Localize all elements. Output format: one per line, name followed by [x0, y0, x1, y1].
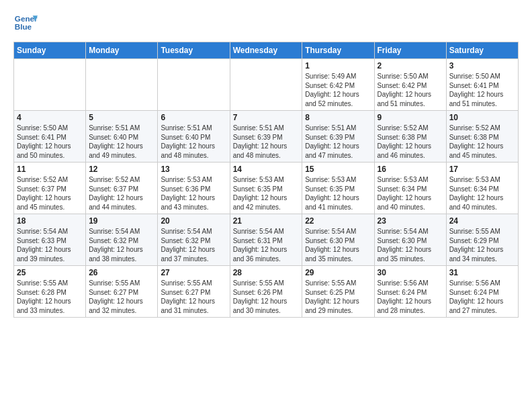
calendar-cell: 11Sunrise: 5:52 AM Sunset: 6:37 PM Dayli…	[14, 163, 86, 214]
day-number: 17	[449, 165, 515, 174]
calendar-cell: 21Sunrise: 5:54 AM Sunset: 6:31 PM Dayli…	[230, 214, 302, 266]
calendar-cell: 20Sunrise: 5:54 AM Sunset: 6:32 PM Dayli…	[158, 214, 230, 266]
day-number: 14	[233, 165, 300, 174]
day-number: 2	[378, 61, 443, 71]
calendar-cell: 27Sunrise: 5:55 AM Sunset: 6:27 PM Dayli…	[158, 266, 230, 318]
day-number: 9	[378, 113, 443, 122]
day-number: 7	[233, 113, 300, 122]
day-number: 29	[305, 268, 371, 277]
calendar-cell: 28Sunrise: 5:55 AM Sunset: 6:26 PM Dayli…	[230, 266, 302, 318]
day-number: 24	[449, 216, 515, 226]
calendar-cell: 30Sunrise: 5:56 AM Sunset: 6:24 PM Dayli…	[374, 266, 446, 318]
calendar-cell: 10Sunrise: 5:52 AM Sunset: 6:38 PM Dayli…	[446, 111, 518, 163]
calendar-cell: 8Sunrise: 5:51 AM Sunset: 6:39 PM Daylig…	[302, 111, 374, 163]
day-number: 4	[17, 113, 83, 122]
day-info: Sunrise: 5:51 AM Sunset: 6:40 PM Dayligh…	[161, 124, 226, 160]
calendar-cell: 9Sunrise: 5:52 AM Sunset: 6:38 PM Daylig…	[374, 111, 446, 163]
day-number: 27	[161, 268, 226, 277]
calendar-cell: 24Sunrise: 5:55 AM Sunset: 6:29 PM Dayli…	[446, 214, 518, 266]
week-row-2: 4Sunrise: 5:50 AM Sunset: 6:41 PM Daylig…	[14, 111, 519, 163]
day-info: Sunrise: 5:52 AM Sunset: 6:38 PM Dayligh…	[449, 124, 515, 160]
day-info: Sunrise: 5:54 AM Sunset: 6:31 PM Dayligh…	[233, 227, 300, 263]
calendar-table: SundayMondayTuesdayWednesdayThursdayFrid…	[13, 42, 519, 318]
day-number: 23	[378, 216, 443, 226]
calendar-cell: 26Sunrise: 5:55 AM Sunset: 6:27 PM Dayli…	[86, 266, 158, 318]
day-info: Sunrise: 5:50 AM Sunset: 6:41 PM Dayligh…	[17, 124, 83, 160]
calendar-cell: 5Sunrise: 5:51 AM Sunset: 6:40 PM Daylig…	[86, 111, 158, 163]
day-info: Sunrise: 5:55 AM Sunset: 6:26 PM Dayligh…	[233, 279, 300, 315]
day-number: 18	[17, 216, 83, 226]
day-number: 12	[89, 165, 154, 174]
day-info: Sunrise: 5:52 AM Sunset: 6:38 PM Dayligh…	[378, 124, 443, 160]
day-number: 11	[17, 165, 83, 174]
day-number: 6	[161, 113, 226, 122]
calendar-cell: 25Sunrise: 5:55 AM Sunset: 6:28 PM Dayli…	[14, 266, 86, 318]
day-info: Sunrise: 5:53 AM Sunset: 6:35 PM Dayligh…	[233, 175, 300, 212]
day-number: 22	[305, 216, 371, 226]
day-info: Sunrise: 5:55 AM Sunset: 6:28 PM Dayligh…	[17, 279, 83, 315]
header-friday: Friday	[374, 42, 446, 59]
day-info: Sunrise: 5:55 AM Sunset: 6:27 PM Dayligh…	[89, 279, 154, 315]
week-row-1: 1Sunrise: 5:49 AM Sunset: 6:42 PM Daylig…	[14, 59, 519, 111]
day-info: Sunrise: 5:56 AM Sunset: 6:24 PM Dayligh…	[378, 279, 443, 315]
header-tuesday: Tuesday	[158, 42, 230, 59]
day-number: 21	[233, 216, 300, 226]
day-number: 31	[449, 268, 515, 277]
day-info: Sunrise: 5:52 AM Sunset: 6:37 PM Dayligh…	[17, 175, 83, 212]
day-info: Sunrise: 5:49 AM Sunset: 6:42 PM Dayligh…	[305, 72, 371, 108]
calendar-cell	[86, 59, 158, 111]
day-info: Sunrise: 5:53 AM Sunset: 6:34 PM Dayligh…	[449, 175, 515, 212]
day-number: 8	[305, 113, 371, 122]
day-info: Sunrise: 5:52 AM Sunset: 6:37 PM Dayligh…	[89, 175, 154, 212]
day-info: Sunrise: 5:54 AM Sunset: 6:30 PM Dayligh…	[378, 227, 443, 263]
calendar-cell	[14, 59, 86, 111]
day-number: 20	[161, 216, 226, 226]
header-thursday: Thursday	[302, 42, 374, 59]
logo: General Blue	[13, 11, 40, 35]
calendar-header-row: SundayMondayTuesdayWednesdayThursdayFrid…	[14, 42, 519, 59]
day-number: 13	[161, 165, 226, 174]
calendar-cell: 2Sunrise: 5:50 AM Sunset: 6:42 PM Daylig…	[374, 59, 446, 111]
day-info: Sunrise: 5:51 AM Sunset: 6:40 PM Dayligh…	[89, 124, 154, 160]
calendar-cell: 17Sunrise: 5:53 AM Sunset: 6:34 PM Dayli…	[446, 163, 518, 214]
day-info: Sunrise: 5:55 AM Sunset: 6:29 PM Dayligh…	[449, 227, 515, 263]
calendar-cell: 18Sunrise: 5:54 AM Sunset: 6:33 PM Dayli…	[14, 214, 86, 266]
week-row-4: 18Sunrise: 5:54 AM Sunset: 6:33 PM Dayli…	[14, 214, 519, 266]
day-number: 28	[233, 268, 300, 277]
day-info: Sunrise: 5:53 AM Sunset: 6:36 PM Dayligh…	[161, 175, 226, 212]
day-info: Sunrise: 5:55 AM Sunset: 6:25 PM Dayligh…	[305, 279, 371, 315]
calendar-cell: 7Sunrise: 5:51 AM Sunset: 6:39 PM Daylig…	[230, 111, 302, 163]
day-info: Sunrise: 5:53 AM Sunset: 6:35 PM Dayligh…	[305, 175, 371, 212]
day-number: 26	[89, 268, 154, 277]
day-number: 16	[378, 165, 443, 174]
day-number: 15	[305, 165, 371, 174]
header-saturday: Saturday	[446, 42, 518, 59]
calendar-cell: 1Sunrise: 5:49 AM Sunset: 6:42 PM Daylig…	[302, 59, 374, 111]
day-info: Sunrise: 5:53 AM Sunset: 6:34 PM Dayligh…	[378, 175, 443, 212]
calendar-cell: 13Sunrise: 5:53 AM Sunset: 6:36 PM Dayli…	[158, 163, 230, 214]
day-number: 25	[17, 268, 83, 277]
day-info: Sunrise: 5:54 AM Sunset: 6:30 PM Dayligh…	[305, 227, 371, 263]
calendar-cell	[158, 59, 230, 111]
header-sunday: Sunday	[14, 42, 86, 59]
calendar-cell: 16Sunrise: 5:53 AM Sunset: 6:34 PM Dayli…	[374, 163, 446, 214]
day-number: 10	[449, 113, 515, 122]
logo-icon: General Blue	[13, 11, 38, 35]
day-info: Sunrise: 5:50 AM Sunset: 6:42 PM Dayligh…	[378, 72, 443, 108]
day-number: 3	[449, 61, 515, 71]
calendar-cell: 22Sunrise: 5:54 AM Sunset: 6:30 PM Dayli…	[302, 214, 374, 266]
header: General Blue	[13, 11, 519, 35]
day-number: 5	[89, 113, 154, 122]
calendar-cell: 19Sunrise: 5:54 AM Sunset: 6:32 PM Dayli…	[86, 214, 158, 266]
calendar-cell: 3Sunrise: 5:50 AM Sunset: 6:41 PM Daylig…	[446, 59, 518, 111]
calendar-cell	[230, 59, 302, 111]
day-info: Sunrise: 5:54 AM Sunset: 6:32 PM Dayligh…	[89, 227, 154, 263]
calendar-cell: 4Sunrise: 5:50 AM Sunset: 6:41 PM Daylig…	[14, 111, 86, 163]
header-monday: Monday	[86, 42, 158, 59]
calendar-cell: 31Sunrise: 5:56 AM Sunset: 6:24 PM Dayli…	[446, 266, 518, 318]
day-number: 30	[378, 268, 443, 277]
week-row-3: 11Sunrise: 5:52 AM Sunset: 6:37 PM Dayli…	[14, 163, 519, 214]
calendar-cell: 29Sunrise: 5:55 AM Sunset: 6:25 PM Dayli…	[302, 266, 374, 318]
day-number: 19	[89, 216, 154, 226]
day-info: Sunrise: 5:51 AM Sunset: 6:39 PM Dayligh…	[233, 124, 300, 160]
